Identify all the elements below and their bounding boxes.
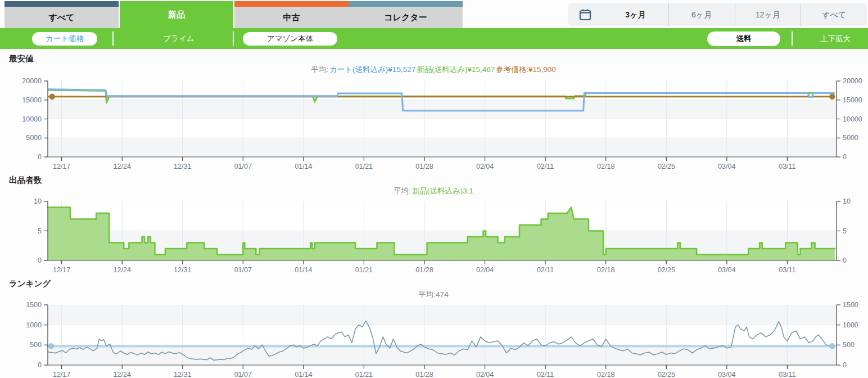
svg-text:0: 0 — [38, 153, 42, 161]
chart-title-price: 最安値 — [9, 53, 868, 64]
calendar-icon — [568, 8, 603, 21]
svg-text:01/28: 01/28 — [415, 266, 433, 274]
svg-text:5000: 5000 — [26, 134, 42, 142]
svg-text:10000: 10000 — [22, 115, 42, 123]
svg-text:01/28: 01/28 — [415, 371, 433, 378]
tab-all-label: すべて — [4, 7, 119, 28]
svg-text:02/25: 02/25 — [658, 371, 675, 378]
average-label-sellers: 平均:新品(送料込み)3.1 — [0, 186, 868, 196]
toolbar-divider — [233, 32, 234, 46]
tab-collector[interactable]: コレクター — [349, 1, 463, 28]
svg-text:5000: 5000 — [843, 134, 858, 142]
condition-tabs: すべて 新品 中古 コレクター — [4, 1, 463, 28]
svg-text:1500: 1500 — [843, 301, 858, 309]
amazon-button[interactable]: アマゾン本体 — [243, 32, 337, 46]
svg-text:12/24: 12/24 — [114, 266, 131, 274]
svg-text:01/14: 01/14 — [295, 163, 312, 170]
svg-text:02/18: 02/18 — [597, 266, 614, 274]
svg-text:03/11: 03/11 — [779, 163, 795, 170]
ranking-section: ランキング 平均:474 00500500100010001500150012/… — [0, 278, 868, 378]
svg-text:01/14: 01/14 — [295, 371, 312, 378]
average-part: 新品(送料込み)3.1 — [412, 187, 473, 195]
svg-text:02/11: 02/11 — [537, 163, 554, 170]
svg-text:12/24: 12/24 — [114, 163, 131, 170]
svg-text:01/28: 01/28 — [415, 163, 433, 170]
tab-used[interactable]: 中古 — [234, 1, 349, 28]
svg-text:03/11: 03/11 — [779, 266, 795, 274]
period-12-months[interactable]: 12ヶ月 — [735, 3, 801, 26]
period-3-months[interactable]: 3ヶ月 — [603, 3, 668, 26]
cart-price-button[interactable]: カート価格 — [32, 32, 97, 46]
svg-text:0: 0 — [843, 361, 847, 369]
charts-area: 最安値 平均:カート(送料込み)¥15,527新品(送料込み)¥15,467参考… — [0, 0, 868, 378]
svg-text:02/18: 02/18 — [597, 163, 614, 170]
period-selector: 3ヶ月 6ヶ月 12ヶ月 すべて — [568, 3, 867, 26]
svg-text:03/11: 03/11 — [779, 371, 795, 378]
svg-text:02/11: 02/11 — [537, 371, 554, 378]
tab-collector-label: コレクター — [349, 7, 463, 28]
svg-text:12/24: 12/24 — [114, 371, 131, 378]
svg-text:02/04: 02/04 — [476, 163, 494, 170]
svg-text:1000: 1000 — [843, 321, 858, 329]
svg-text:02/04: 02/04 — [476, 266, 494, 274]
tab-new[interactable]: 新品 — [120, 1, 233, 28]
tab-all[interactable]: すべて — [4, 1, 119, 28]
svg-text:500: 500 — [843, 341, 855, 349]
average-part: 平均: — [394, 187, 411, 195]
svg-text:01/07: 01/07 — [234, 266, 252, 274]
tab-used-collector-group: 中古 コレクター — [234, 1, 463, 28]
svg-text:0: 0 — [843, 153, 847, 161]
price-tracker-page: すべて 新品 中古 コレクター 3ヶ月 6ヶ月 1 — [0, 0, 868, 378]
price-chart[interactable]: 0050005000100001000015000150002000020000… — [0, 76, 868, 170]
svg-text:20000: 20000 — [22, 77, 42, 85]
average-label-ranking: 平均:474 — [0, 290, 868, 300]
tab-all-color-strip — [4, 1, 119, 7]
prime-button[interactable]: プライム — [145, 28, 213, 49]
svg-text:03/04: 03/04 — [718, 163, 735, 170]
svg-text:01/14: 01/14 — [295, 266, 312, 274]
average-part: 参考価格:¥15,900 — [496, 65, 556, 74]
svg-text:01/21: 01/21 — [355, 163, 373, 170]
svg-text:5: 5 — [843, 227, 847, 235]
average-part: 平均: — [311, 65, 328, 74]
chart-toolbar: カート価格 プライム アマゾン本体 送料 上下拡大 — [0, 28, 868, 49]
tab-used-color-strip — [234, 1, 349, 7]
sellers-section: 出品者数 平均:新品(送料込み)3.1 0055101012/1712/2412… — [0, 175, 868, 274]
tab-used-label: 中古 — [234, 7, 349, 28]
svg-text:03/04: 03/04 — [718, 371, 735, 378]
svg-text:02/04: 02/04 — [476, 371, 494, 378]
svg-text:01/21: 01/21 — [355, 266, 373, 274]
svg-text:02/25: 02/25 — [658, 266, 675, 274]
price-section: 最安値 平均:カート(送料込み)¥15,527新品(送料込み)¥15,467参考… — [0, 53, 868, 170]
tab-collector-color-strip — [349, 1, 463, 7]
svg-text:01/07: 01/07 — [234, 371, 252, 378]
svg-text:10: 10 — [843, 197, 851, 205]
svg-text:12/17: 12/17 — [53, 163, 70, 170]
sellers-chart[interactable]: 0055101012/1712/2412/3101/0701/1401/2101… — [0, 197, 868, 274]
average-part: 平均:474 — [418, 290, 448, 299]
svg-text:01/07: 01/07 — [234, 163, 252, 170]
svg-text:1500: 1500 — [26, 301, 42, 309]
chart-title-ranking: ランキング — [9, 278, 868, 289]
average-label-price: 平均:カート(送料込み)¥15,527新品(送料込み)¥15,467参考価格:¥… — [0, 65, 868, 75]
average-part: 新品(送料込み)¥15,467 — [417, 65, 495, 74]
svg-text:03/04: 03/04 — [718, 266, 735, 274]
svg-text:12/31: 12/31 — [174, 371, 191, 378]
svg-text:12/31: 12/31 — [174, 163, 191, 170]
expand-vertical-button[interactable]: 上下拡大 — [804, 28, 867, 49]
toolbar-divider — [792, 32, 793, 46]
svg-text:1000: 1000 — [26, 321, 42, 329]
toolbar-divider — [112, 32, 114, 46]
svg-text:01/21: 01/21 — [355, 371, 373, 378]
svg-text:02/25: 02/25 — [658, 163, 675, 170]
svg-text:02/11: 02/11 — [537, 266, 554, 274]
svg-text:5: 5 — [38, 227, 42, 235]
svg-text:15000: 15000 — [843, 96, 862, 104]
svg-text:0: 0 — [38, 256, 42, 264]
svg-text:10000: 10000 — [843, 115, 862, 123]
period-6-months[interactable]: 6ヶ月 — [668, 3, 735, 26]
ranking-chart[interactable]: 00500500100010001500150012/1712/2412/310… — [0, 301, 868, 378]
period-all[interactable]: すべて — [801, 3, 867, 26]
average-part: カート(送料込み)¥15,527 — [329, 65, 415, 74]
shipping-button[interactable]: 送料 — [707, 32, 780, 46]
